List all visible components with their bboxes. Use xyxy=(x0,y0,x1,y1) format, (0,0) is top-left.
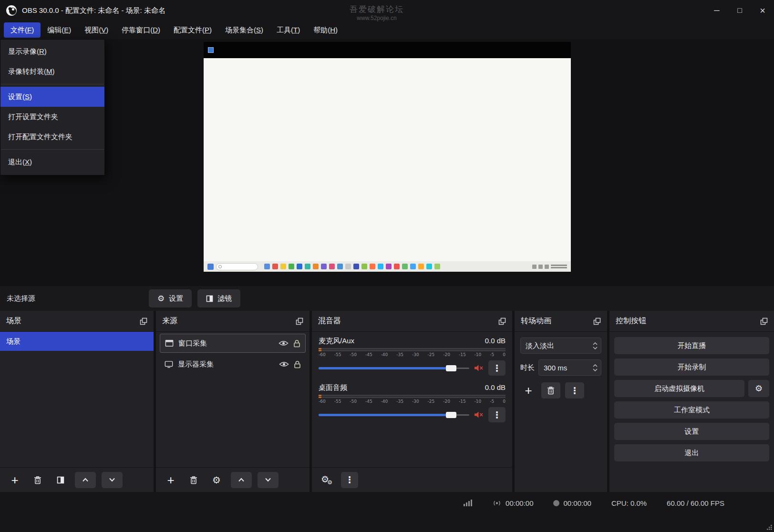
gear-icon: ⚙ xyxy=(212,475,221,485)
mixer-channel-level: 0.0 dB xyxy=(485,383,506,392)
captured-window-icon xyxy=(208,47,214,53)
popout-icon[interactable] xyxy=(593,317,601,325)
volume-slider[interactable] xyxy=(319,411,469,419)
remove-transition-button[interactable] xyxy=(541,382,560,399)
stream-timer: 00:00:00 xyxy=(492,499,533,507)
duration-label: 时长 xyxy=(520,363,535,372)
volume-slider[interactable] xyxy=(319,365,469,372)
mute-icon[interactable] xyxy=(474,364,484,372)
chevron-down-icon xyxy=(265,478,271,482)
menu-profile[interactable]: 配置文件(P) xyxy=(167,22,218,38)
chevron-up-icon xyxy=(238,478,245,482)
trash-icon xyxy=(547,386,555,395)
transition-options-button[interactable]: ⋮ xyxy=(565,382,584,399)
transition-select-value: 淡入淡出 xyxy=(526,341,554,350)
source-properties-toolbar-button[interactable]: ⚙ xyxy=(208,472,225,488)
menu-edit[interactable]: 编辑(E) xyxy=(41,22,78,38)
record-icon xyxy=(553,500,559,506)
kebab-icon: ⋮ xyxy=(493,364,502,373)
add-transition-button[interactable]: + xyxy=(520,382,537,399)
chevron-down-icon[interactable] xyxy=(593,347,598,349)
captured-tray xyxy=(532,264,567,269)
scene-up-button[interactable] xyxy=(75,472,96,488)
menu-scene-collection[interactable]: 场景集合(S) xyxy=(218,22,270,38)
source-list-item[interactable]: 窗口采集 xyxy=(160,334,306,353)
channel-options-button[interactable]: ⋮ xyxy=(488,407,506,422)
preview-canvas[interactable] xyxy=(204,42,571,272)
scene-down-button[interactable] xyxy=(102,472,123,488)
menu-docks[interactable]: 停靠窗口(D) xyxy=(115,22,167,38)
menu-file[interactable]: 文件(F) xyxy=(4,22,41,38)
mixer-channel-name: 麦克风/Aux xyxy=(319,337,354,346)
virtual-camera-button[interactable]: 启动虚拟摄像机 xyxy=(614,380,744,397)
minimize-button[interactable]: ─ xyxy=(705,0,728,21)
popout-icon[interactable] xyxy=(140,317,147,325)
remove-source-button[interactable] xyxy=(185,472,202,488)
exit-button[interactable]: 退出 xyxy=(614,444,769,461)
menu-tools[interactable]: 工具(T) xyxy=(270,22,307,38)
trash-icon xyxy=(34,476,41,484)
mixer-toolbar: ⚙ ⚙ ⋮ xyxy=(312,467,512,492)
eye-icon[interactable] xyxy=(279,340,289,347)
controls-dock: 控制按钮 开始直播 开始录制 启动虚拟摄像机 ⚙ 工作室模式 设置 退出 xyxy=(609,311,774,492)
volume-meter xyxy=(319,348,506,351)
transition-select[interactable]: 淡入淡出 xyxy=(520,338,601,354)
source-up-button[interactable] xyxy=(231,472,252,488)
virtual-camera-config-button[interactable]: ⚙ xyxy=(748,380,769,397)
mixer-channel-level: 0.0 dB xyxy=(485,337,506,346)
menuitem-show-profile-folder[interactable]: 打开配置文件文件夹 xyxy=(0,127,104,147)
settings-button[interactable]: 设置 xyxy=(614,423,769,440)
remove-scene-button[interactable] xyxy=(29,472,46,488)
menu-bar: 文件(F) 编辑(E) 视图(V) 停靠窗口(D) 配置文件(P) 场景集合(S… xyxy=(0,21,774,39)
source-down-button[interactable] xyxy=(258,472,279,488)
chevron-down-icon[interactable] xyxy=(593,368,598,371)
source-toolbar: 未选择源 ⚙ 设置 滤镜 xyxy=(0,286,774,311)
captured-taskbar xyxy=(204,261,571,272)
menuitem-show-recordings[interactable]: 显示录像(R) xyxy=(0,41,104,61)
status-bar: 00:00:00 00:00:00 CPU: 0.0% 60.00 / 60.0… xyxy=(0,492,774,532)
popout-icon[interactable] xyxy=(296,317,303,325)
lock-icon[interactable] xyxy=(293,339,300,348)
start-recording-button[interactable]: 开始录制 xyxy=(614,358,769,376)
network-status xyxy=(464,499,472,506)
menu-help[interactable]: 帮助(H) xyxy=(307,22,344,38)
add-scene-button[interactable]: + xyxy=(6,472,23,488)
eye-icon[interactable] xyxy=(279,361,289,368)
close-button[interactable]: × xyxy=(751,0,774,21)
resize-grip[interactable] xyxy=(766,524,773,531)
scene-filters-button[interactable] xyxy=(52,472,69,488)
scene-list-item[interactable]: 场景 xyxy=(0,332,154,351)
popout-icon[interactable] xyxy=(498,317,506,325)
chevron-up-icon[interactable] xyxy=(593,364,598,367)
mute-icon[interactable] xyxy=(474,411,484,419)
slider-handle[interactable] xyxy=(446,365,456,371)
popout-icon[interactable] xyxy=(760,317,768,325)
studio-mode-button[interactable]: 工作室模式 xyxy=(614,401,769,419)
lock-icon[interactable] xyxy=(294,360,301,368)
stream-time: 00:00:00 xyxy=(506,499,533,507)
menuitem-settings[interactable]: 设置(S) xyxy=(0,87,104,107)
source-filters-button[interactable]: 滤镜 xyxy=(197,289,240,307)
menuitem-show-settings-folder[interactable]: 打开设置文件夹 xyxy=(0,107,104,127)
scenes-dock: 场景 场景 + xyxy=(0,311,154,492)
chevron-up-icon[interactable] xyxy=(593,342,598,345)
mixer-channel: 桌面音频 0.0 dB -60-55-50-45-40-35-30-25-20-… xyxy=(319,383,506,422)
channel-options-button[interactable]: ⋮ xyxy=(488,360,506,376)
menu-view[interactable]: 视图(V) xyxy=(78,22,115,38)
gear-icon: ⚙ xyxy=(755,384,763,393)
chevron-up-icon xyxy=(82,478,89,482)
source-properties-button[interactable]: ⚙ 设置 xyxy=(149,289,192,307)
maximize-button[interactable]: □ xyxy=(728,0,751,21)
advanced-audio-button[interactable]: ⚙ ⚙ xyxy=(318,472,335,488)
mixer-channel-name: 桌面音频 xyxy=(319,383,347,392)
mixer-options-button[interactable]: ⋮ xyxy=(341,472,358,488)
broadcast-icon xyxy=(492,500,502,507)
start-streaming-button[interactable]: 开始直播 xyxy=(614,337,769,354)
menuitem-remux-recordings[interactable]: 录像转封装(M) xyxy=(0,61,104,82)
slider-handle[interactable] xyxy=(446,412,456,418)
duration-spinbox[interactable]: 300 ms xyxy=(538,359,601,376)
menuitem-exit[interactable]: 退出(X) xyxy=(0,152,104,172)
add-source-button[interactable]: + xyxy=(162,472,179,488)
volume-meter xyxy=(319,395,506,398)
source-list-item[interactable]: 显示器采集 xyxy=(160,355,306,374)
